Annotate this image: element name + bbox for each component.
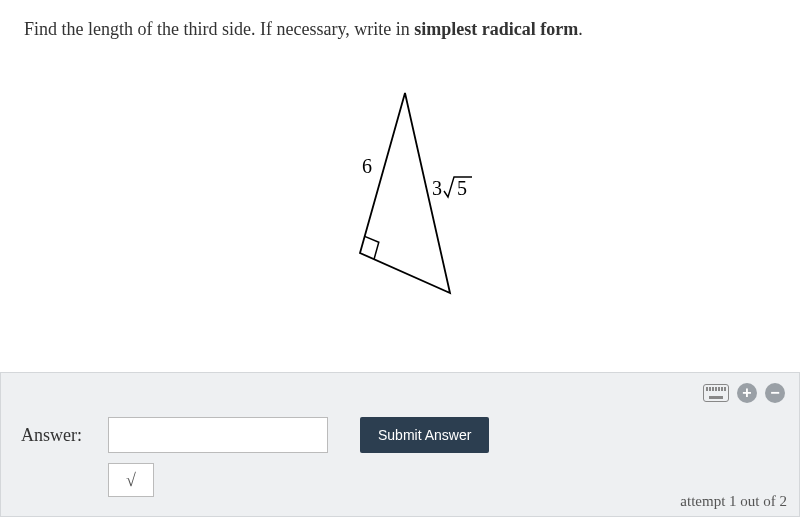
answer-row: Answer: Submit Answer <box>21 417 779 453</box>
sqrt-button[interactable]: √ <box>108 463 154 497</box>
answer-label: Answer: <box>21 425 96 446</box>
minus-icon: − <box>770 385 779 401</box>
question-prefix: Find the length of the third side. If ne… <box>24 19 414 39</box>
question-bold: simplest radical form <box>414 19 578 39</box>
hypotenuse-label: 3 5 <box>432 177 472 199</box>
plus-icon: + <box>742 385 751 401</box>
figure-area: 6 3 5 <box>0 53 800 333</box>
question-suffix: . <box>578 19 583 39</box>
triangle-svg: 6 3 5 <box>300 73 500 313</box>
question-area: Find the length of the third side. If ne… <box>0 0 800 43</box>
hyp-coeff: 3 <box>432 177 442 199</box>
keyboard-icon[interactable] <box>703 384 729 402</box>
panel-top-icons: + − <box>703 383 785 403</box>
question-text: Find the length of the third side. If ne… <box>24 16 776 43</box>
zoom-in-button[interactable]: + <box>737 383 757 403</box>
answer-panel: + − Answer: Submit Answer √ attempt 1 ou… <box>0 372 800 517</box>
zoom-out-button[interactable]: − <box>765 383 785 403</box>
answer-input[interactable] <box>108 417 328 453</box>
hyp-radicand: 5 <box>457 177 467 199</box>
attempt-counter: attempt 1 out of 2 <box>680 493 787 510</box>
sqrt-icon: √ <box>126 470 136 491</box>
leg-label: 6 <box>362 155 372 177</box>
submit-answer-button[interactable]: Submit Answer <box>360 417 489 453</box>
